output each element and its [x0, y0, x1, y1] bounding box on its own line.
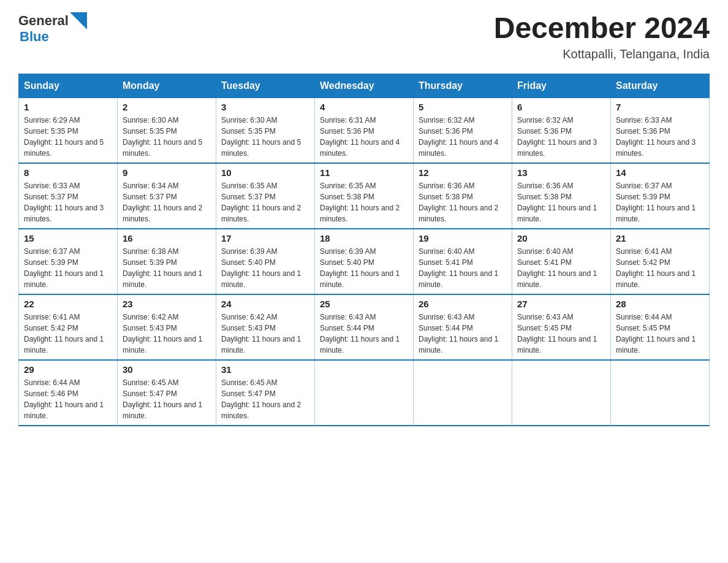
svg-marker-0	[70, 12, 87, 29]
day-info: Sunrise: 6:45 AM Sunset: 5:47 PM Dayligh…	[123, 377, 211, 421]
week-row-5: 29 Sunrise: 6:44 AM Sunset: 5:46 PM Dayl…	[19, 360, 710, 426]
day-number: 8	[24, 167, 112, 178]
day-number: 12	[419, 167, 507, 178]
day-info: Sunrise: 6:37 AM Sunset: 5:39 PM Dayligh…	[616, 180, 704, 224]
day-cell: 25 Sunrise: 6:43 AM Sunset: 5:44 PM Dayl…	[315, 294, 414, 360]
day-number: 23	[123, 299, 211, 309]
day-info: Sunrise: 6:29 AM Sunset: 5:35 PM Dayligh…	[24, 115, 112, 159]
day-info: Sunrise: 6:39 AM Sunset: 5:40 PM Dayligh…	[221, 246, 309, 290]
day-number: 20	[517, 233, 605, 243]
week-row-2: 8 Sunrise: 6:33 AM Sunset: 5:37 PM Dayli…	[19, 163, 710, 229]
day-cell: 4 Sunrise: 6:31 AM Sunset: 5:36 PM Dayli…	[315, 98, 414, 163]
day-cell: 3 Sunrise: 6:30 AM Sunset: 5:35 PM Dayli…	[216, 98, 315, 163]
day-number: 11	[320, 167, 408, 178]
day-number: 30	[123, 364, 211, 375]
day-number: 16	[123, 233, 211, 243]
day-of-week-saturday: Saturday	[611, 74, 710, 98]
day-cell: 31 Sunrise: 6:45 AM Sunset: 5:47 PM Dayl…	[216, 360, 315, 426]
day-cell: 13 Sunrise: 6:36 AM Sunset: 5:38 PM Dayl…	[512, 163, 611, 229]
day-cell: 29 Sunrise: 6:44 AM Sunset: 5:46 PM Dayl…	[19, 360, 118, 426]
day-cell: 12 Sunrise: 6:36 AM Sunset: 5:38 PM Dayl…	[414, 163, 512, 229]
day-cell: 16 Sunrise: 6:38 AM Sunset: 5:39 PM Dayl…	[118, 229, 216, 294]
day-of-week-sunday: Sunday	[19, 74, 118, 98]
title-block: December 2024 Kottapalli, Telangana, Ind…	[494, 12, 710, 61]
day-number: 21	[616, 233, 704, 243]
day-cell: 7 Sunrise: 6:33 AM Sunset: 5:36 PM Dayli…	[611, 98, 710, 163]
day-cell: 20 Sunrise: 6:40 AM Sunset: 5:41 PM Dayl…	[512, 229, 611, 294]
day-cell	[611, 360, 710, 426]
day-number: 13	[517, 167, 605, 178]
page-header: General Blue December 2024 Kottapalli, T…	[18, 12, 710, 61]
day-info: Sunrise: 6:30 AM Sunset: 5:35 PM Dayligh…	[221, 115, 309, 159]
day-cell: 14 Sunrise: 6:37 AM Sunset: 5:39 PM Dayl…	[611, 163, 710, 229]
day-number: 4	[320, 102, 408, 112]
day-info: Sunrise: 6:44 AM Sunset: 5:46 PM Dayligh…	[24, 377, 112, 421]
day-info: Sunrise: 6:43 AM Sunset: 5:44 PM Dayligh…	[320, 312, 408, 356]
day-info: Sunrise: 6:32 AM Sunset: 5:36 PM Dayligh…	[517, 115, 605, 159]
day-cell	[414, 360, 512, 426]
day-number: 10	[221, 167, 309, 178]
day-number: 6	[517, 102, 605, 112]
day-cell: 23 Sunrise: 6:42 AM Sunset: 5:43 PM Dayl…	[118, 294, 216, 360]
day-cell	[512, 360, 611, 426]
day-info: Sunrise: 6:35 AM Sunset: 5:38 PM Dayligh…	[320, 180, 408, 224]
day-number: 27	[517, 299, 605, 309]
day-number: 29	[24, 364, 112, 375]
day-cell: 26 Sunrise: 6:43 AM Sunset: 5:44 PM Dayl…	[414, 294, 512, 360]
days-of-week-row: SundayMondayTuesdayWednesdayThursdayFrid…	[19, 74, 710, 98]
day-cell: 9 Sunrise: 6:34 AM Sunset: 5:37 PM Dayli…	[118, 163, 216, 229]
day-cell: 15 Sunrise: 6:37 AM Sunset: 5:39 PM Dayl…	[19, 229, 118, 294]
day-info: Sunrise: 6:38 AM Sunset: 5:39 PM Dayligh…	[123, 246, 211, 290]
day-cell: 27 Sunrise: 6:43 AM Sunset: 5:45 PM Dayl…	[512, 294, 611, 360]
day-cell: 6 Sunrise: 6:32 AM Sunset: 5:36 PM Dayli…	[512, 98, 611, 163]
day-number: 28	[616, 299, 704, 309]
day-number: 17	[221, 233, 309, 243]
day-cell: 22 Sunrise: 6:41 AM Sunset: 5:42 PM Dayl…	[19, 294, 118, 360]
day-cell	[315, 360, 414, 426]
day-number: 26	[419, 299, 507, 309]
day-info: Sunrise: 6:32 AM Sunset: 5:36 PM Dayligh…	[419, 115, 507, 159]
day-cell: 21 Sunrise: 6:41 AM Sunset: 5:42 PM Dayl…	[611, 229, 710, 294]
day-cell: 28 Sunrise: 6:44 AM Sunset: 5:45 PM Dayl…	[611, 294, 710, 360]
day-info: Sunrise: 6:30 AM Sunset: 5:35 PM Dayligh…	[123, 115, 211, 159]
day-number: 1	[24, 102, 112, 112]
day-number: 24	[221, 299, 309, 309]
day-of-week-wednesday: Wednesday	[315, 74, 414, 98]
day-number: 18	[320, 233, 408, 243]
logo-blue: Blue	[20, 29, 49, 44]
day-info: Sunrise: 6:41 AM Sunset: 5:42 PM Dayligh…	[616, 246, 704, 290]
day-info: Sunrise: 6:41 AM Sunset: 5:42 PM Dayligh…	[24, 312, 112, 356]
day-number: 15	[24, 233, 112, 243]
calendar-table: SundayMondayTuesdayWednesdayThursdayFrid…	[18, 74, 710, 426]
day-cell: 30 Sunrise: 6:45 AM Sunset: 5:47 PM Dayl…	[118, 360, 216, 426]
day-info: Sunrise: 6:36 AM Sunset: 5:38 PM Dayligh…	[419, 180, 507, 224]
day-info: Sunrise: 6:42 AM Sunset: 5:43 PM Dayligh…	[123, 312, 211, 356]
day-number: 5	[419, 102, 507, 112]
day-number: 2	[123, 102, 211, 112]
day-number: 25	[320, 299, 408, 309]
week-row-4: 22 Sunrise: 6:41 AM Sunset: 5:42 PM Dayl…	[19, 294, 710, 360]
day-info: Sunrise: 6:37 AM Sunset: 5:39 PM Dayligh…	[24, 246, 112, 290]
day-number: 31	[221, 364, 309, 375]
day-info: Sunrise: 6:33 AM Sunset: 5:37 PM Dayligh…	[24, 180, 112, 224]
day-cell: 10 Sunrise: 6:35 AM Sunset: 5:37 PM Dayl…	[216, 163, 315, 229]
week-row-3: 15 Sunrise: 6:37 AM Sunset: 5:39 PM Dayl…	[19, 229, 710, 294]
day-number: 14	[616, 167, 704, 178]
location: Kottapalli, Telangana, India	[494, 47, 710, 61]
day-info: Sunrise: 6:44 AM Sunset: 5:45 PM Dayligh…	[616, 312, 704, 356]
day-info: Sunrise: 6:33 AM Sunset: 5:36 PM Dayligh…	[616, 115, 704, 159]
logo: General Blue	[18, 12, 87, 44]
day-cell: 1 Sunrise: 6:29 AM Sunset: 5:35 PM Dayli…	[19, 98, 118, 163]
month-title: December 2024	[494, 12, 710, 45]
logo-general: General	[18, 13, 69, 28]
day-of-week-tuesday: Tuesday	[216, 74, 315, 98]
day-info: Sunrise: 6:35 AM Sunset: 5:37 PM Dayligh…	[221, 180, 309, 224]
day-cell: 19 Sunrise: 6:40 AM Sunset: 5:41 PM Dayl…	[414, 229, 512, 294]
day-info: Sunrise: 6:36 AM Sunset: 5:38 PM Dayligh…	[517, 180, 605, 224]
day-info: Sunrise: 6:43 AM Sunset: 5:45 PM Dayligh…	[517, 312, 605, 356]
day-cell: 18 Sunrise: 6:39 AM Sunset: 5:40 PM Dayl…	[315, 229, 414, 294]
day-info: Sunrise: 6:43 AM Sunset: 5:44 PM Dayligh…	[419, 312, 507, 356]
day-cell: 11 Sunrise: 6:35 AM Sunset: 5:38 PM Dayl…	[315, 163, 414, 229]
day-info: Sunrise: 6:34 AM Sunset: 5:37 PM Dayligh…	[123, 180, 211, 224]
day-info: Sunrise: 6:40 AM Sunset: 5:41 PM Dayligh…	[419, 246, 507, 290]
